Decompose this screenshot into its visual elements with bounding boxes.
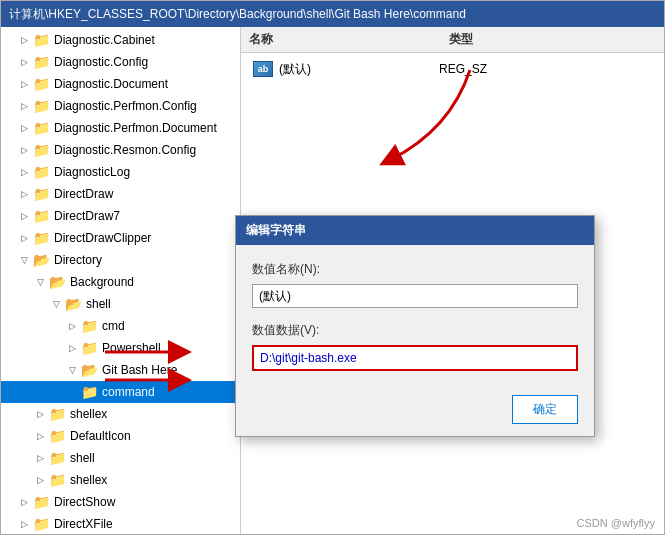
- watermark: CSDN @wfyflyy: [577, 517, 655, 529]
- expand-icon[interactable]: ▷: [33, 451, 47, 465]
- folder-icon: 📁: [49, 406, 66, 422]
- item-label: DirectDraw7: [54, 209, 120, 223]
- expand-icon[interactable]: ▷: [17, 209, 31, 223]
- item-label: DirectDrawClipper: [54, 231, 151, 245]
- folder-icon: 📁: [33, 164, 50, 180]
- tree-item[interactable]: ▷ 📁 Diagnostic.Config: [1, 51, 240, 73]
- item-label: shell: [70, 451, 95, 465]
- tree-panel[interactable]: ▷ 📁 Diagnostic.Cabinet ▷ 📁 Diagnostic.Co…: [1, 27, 241, 534]
- expand-icon[interactable]: ▷: [65, 319, 79, 333]
- name-input[interactable]: [252, 284, 578, 308]
- item-label: Git Bash Here: [102, 363, 177, 377]
- tree-item[interactable]: ▷ 📁 Diagnostic.Resmon.Config: [1, 139, 240, 161]
- folder-icon: 📁: [33, 98, 50, 114]
- expand-icon[interactable]: ▽: [65, 363, 79, 377]
- item-label: command: [102, 385, 155, 399]
- folder-icon: 📁: [33, 208, 50, 224]
- right-header: 名称 类型: [241, 27, 664, 53]
- item-label: Diagnostic.Config: [54, 55, 148, 69]
- expand-icon[interactable]: ▷: [65, 341, 79, 355]
- item-label: DirectDraw: [54, 187, 113, 201]
- folder-icon: 📁: [49, 428, 66, 444]
- item-label: Diagnostic.Cabinet: [54, 33, 155, 47]
- expand-icon[interactable]: ▷: [17, 33, 31, 47]
- tree-item[interactable]: ▷ 📁 Diagnostic.Perfmon.Config: [1, 95, 240, 117]
- folder-icon: 📁: [49, 472, 66, 488]
- tree-item-cmd[interactable]: ▷ 📁 cmd: [1, 315, 240, 337]
- expand-icon[interactable]: ▽: [33, 275, 47, 289]
- tree-item-gitbashhere[interactable]: ▽ 📂 Git Bash Here: [1, 359, 240, 381]
- reg-type: REG_SZ: [439, 62, 487, 76]
- expand-icon[interactable]: ▷: [17, 231, 31, 245]
- tree-item-command[interactable]: ▷ 📁 command: [1, 381, 240, 403]
- expand-icon[interactable]: ▷: [17, 77, 31, 91]
- folder-icon: 📁: [33, 142, 50, 158]
- item-label: cmd: [102, 319, 125, 333]
- item-label: Directory: [54, 253, 102, 267]
- item-label: DefaultIcon: [70, 429, 131, 443]
- reg-entry[interactable]: ab (默认) REG_SZ: [249, 57, 656, 81]
- tree-item[interactable]: ▷ 📁 Diagnostic.Document: [1, 73, 240, 95]
- expand-icon[interactable]: ▷: [17, 55, 31, 69]
- folder-icon: 📁: [33, 120, 50, 136]
- title-bar: 计算机\HKEY_CLASSES_ROOT\Directory\Backgrou…: [1, 1, 664, 27]
- expand-icon[interactable]: ▷: [17, 121, 31, 135]
- tree-item[interactable]: ▷ 📁 Diagnostic.Perfmon.Document: [1, 117, 240, 139]
- item-label: shellex: [70, 407, 107, 421]
- tree-item[interactable]: ▷ 📁 DirectDrawClipper: [1, 227, 240, 249]
- item-label: Diagnostic.Document: [54, 77, 168, 91]
- expand-icon[interactable]: ▷: [17, 187, 31, 201]
- reg-name: (默认): [279, 61, 439, 78]
- item-label: shell: [86, 297, 111, 311]
- folder-icon: 📁: [33, 54, 50, 70]
- folder-icon: 📂: [33, 252, 50, 268]
- right-content: ab (默认) REG_SZ: [241, 53, 664, 85]
- tree-item[interactable]: ▷ 📁 Diagnostic.Cabinet: [1, 29, 240, 51]
- item-label: DiagnosticLog: [54, 165, 130, 179]
- ok-button[interactable]: 确定: [512, 395, 578, 424]
- tree-item-directory[interactable]: ▽ 📂 Directory: [1, 249, 240, 271]
- tree-item-directxfile[interactable]: ▷ 📁 DirectXFile: [1, 513, 240, 534]
- item-label: DirectShow: [54, 495, 115, 509]
- item-label: Background: [70, 275, 134, 289]
- tree-item[interactable]: ▷ 📁 DiagnosticLog: [1, 161, 240, 183]
- expand-icon[interactable]: ▷: [17, 517, 31, 531]
- item-label: Diagnostic.Perfmon.Document: [54, 121, 217, 135]
- folder-icon: 📁: [33, 32, 50, 48]
- folder-icon: 📁: [33, 494, 50, 510]
- folder-icon: 📂: [81, 362, 98, 378]
- expand-icon[interactable]: ▷: [17, 495, 31, 509]
- item-label: DirectXFile: [54, 517, 113, 531]
- expand-icon[interactable]: ▽: [49, 297, 63, 311]
- tree-item-background[interactable]: ▽ 📂 Background: [1, 271, 240, 293]
- item-label: Diagnostic.Resmon.Config: [54, 143, 196, 157]
- edit-string-dialog: 编辑字符串 数值名称(N): 数值数据(V): 确定: [235, 215, 595, 437]
- tree-item-shellex[interactable]: ▷ 📁 shellex: [1, 403, 240, 425]
- expand-icon[interactable]: ▷: [33, 407, 47, 421]
- tree-item-shell[interactable]: ▽ 📂 shell: [1, 293, 240, 315]
- tree-item-shell2[interactable]: ▷ 📁 shell: [1, 447, 240, 469]
- expand-icon[interactable]: ▷: [33, 473, 47, 487]
- expand-icon[interactable]: ▷: [17, 143, 31, 157]
- tree-item-directshow[interactable]: ▷ 📁 DirectShow: [1, 491, 240, 513]
- tree-item[interactable]: ▷ 📁 DirectDraw: [1, 183, 240, 205]
- expand-icon[interactable]: ▽: [17, 253, 31, 267]
- tree-item-powershell[interactable]: ▷ 📁 Powershell: [1, 337, 240, 359]
- tree-item-defaulticon[interactable]: ▷ 📁 DefaultIcon: [1, 425, 240, 447]
- folder-icon: 📁: [81, 340, 98, 356]
- item-label: Diagnostic.Perfmon.Config: [54, 99, 197, 113]
- data-label: 数值数据(V):: [252, 322, 578, 339]
- expand-icon[interactable]: ▷: [17, 99, 31, 113]
- expand-icon[interactable]: ▷: [17, 165, 31, 179]
- data-input[interactable]: [252, 345, 578, 371]
- dialog-body: 数值名称(N): 数值数据(V):: [236, 245, 594, 387]
- folder-icon: 📂: [49, 274, 66, 290]
- tree-item-shellex2[interactable]: ▷ 📁 shellex: [1, 469, 240, 491]
- title-text: 计算机\HKEY_CLASSES_ROOT\Directory\Backgrou…: [9, 6, 466, 23]
- folder-icon: 📁: [33, 186, 50, 202]
- name-label: 数值名称(N):: [252, 261, 578, 278]
- expand-icon[interactable]: ▷: [33, 429, 47, 443]
- tree-item[interactable]: ▷ 📁 DirectDraw7: [1, 205, 240, 227]
- item-label: Powershell: [102, 341, 161, 355]
- folder-icon: 📁: [81, 384, 98, 400]
